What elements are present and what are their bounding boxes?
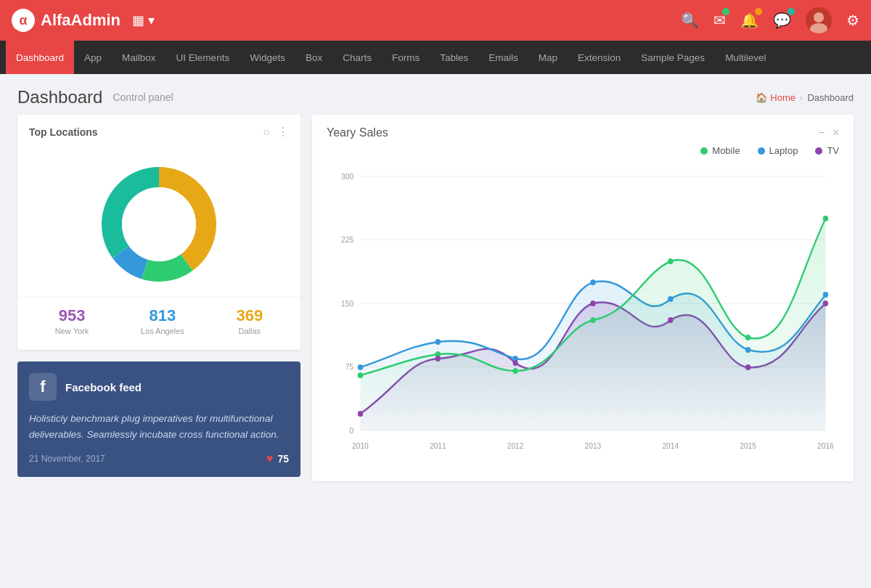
donut-chart xyxy=(94,159,224,290)
nav-charts[interactable]: Charts xyxy=(332,41,382,74)
svg-text:225: 225 xyxy=(341,235,353,244)
tv-point-2014 xyxy=(668,317,673,323)
svg-text:2011: 2011 xyxy=(430,441,446,450)
legend-mobile: Mobile xyxy=(700,145,740,156)
nav-mailbox[interactable]: Mailbox xyxy=(112,41,166,74)
logo: α AlfaAdmin xyxy=(12,9,120,32)
nav-app[interactable]: App xyxy=(74,41,112,74)
svg-text:2014: 2014 xyxy=(662,441,679,450)
legend-label-tv: TV xyxy=(827,145,839,156)
chart-header: Yeary Sales − × xyxy=(327,126,839,139)
mobile-point-2010 xyxy=(358,372,363,378)
nav-map[interactable]: Map xyxy=(528,41,568,74)
dots-icon[interactable]: ⋮ xyxy=(277,125,289,139)
svg-text:150: 150 xyxy=(341,299,353,308)
donut-chart-container xyxy=(17,144,300,297)
facebook-feed-card: f Facebook feed Holisticly benchmark plu… xyxy=(17,362,300,477)
bell-badge xyxy=(755,8,762,15)
legend-laptop: Laptop xyxy=(758,145,798,156)
search-icon[interactable]: 🔍 xyxy=(681,12,699,29)
nav-dashboard[interactable]: Dashboard xyxy=(6,41,74,74)
mail-icon[interactable]: ✉ xyxy=(713,12,726,29)
page-title-area: Dashboard Control panel xyxy=(17,87,173,107)
laptop-point-2013 xyxy=(590,279,595,285)
tv-point-2011 xyxy=(436,356,441,362)
svg-point-8 xyxy=(122,187,196,261)
mobile-point-2016 xyxy=(823,216,828,221)
laptop-point-2011 xyxy=(436,339,441,345)
breadcrumb-home-link[interactable]: 🏠 Home xyxy=(756,92,796,103)
chat-icon[interactable]: 💬 xyxy=(773,12,791,29)
breadcrumb: 🏠 Home › Dashboard xyxy=(756,92,854,103)
mobile-point-2014 xyxy=(668,258,673,264)
close-icon[interactable]: × xyxy=(833,126,839,139)
tv-point-2015 xyxy=(745,364,751,370)
stat-label-dallas: Dallas xyxy=(236,327,263,335)
breadcrumb-current: Dashboard xyxy=(807,92,854,103)
legend-tv: TV xyxy=(815,145,839,156)
tv-point-2010 xyxy=(358,411,363,417)
topbar-right: 🔍 ✉ 🔔 💬 ⚙ xyxy=(681,7,859,33)
grid-button[interactable]: ▦ ▾ xyxy=(132,12,155,28)
fb-body: Holisticly benchmark plug imperatives fo… xyxy=(29,411,289,442)
legend-label-mobile: Mobile xyxy=(712,145,740,156)
nav-sample-pages[interactable]: Sample Pages xyxy=(631,41,715,74)
yearly-sales-chart: 300 225 150 75 0 2010 2011 2012 2013 201… xyxy=(327,162,839,474)
mobile-point-2015 xyxy=(745,335,751,340)
stats-row: 953 New York 813 Los Angeles 369 Dallas xyxy=(17,297,300,350)
nav-multilevel[interactable]: Multilevel xyxy=(715,41,776,74)
nav-emails[interactable]: Emails xyxy=(478,41,528,74)
card-title: Top Locations xyxy=(29,126,98,138)
minimize-icon[interactable]: − xyxy=(818,126,825,139)
nav-widgets[interactable]: Widgets xyxy=(240,41,295,74)
chat-badge xyxy=(788,8,795,15)
svg-text:0: 0 xyxy=(349,426,353,435)
mail-badge xyxy=(722,8,729,15)
tv-point-2016 xyxy=(823,301,828,306)
svg-point-1 xyxy=(814,12,824,23)
svg-text:2010: 2010 xyxy=(352,441,369,450)
card-header: Top Locations ○ ⋮ xyxy=(17,115,300,144)
chart-legend: Mobile Laptop TV xyxy=(327,145,839,156)
card-actions: ○ ⋮ xyxy=(263,125,289,139)
main-nav: Dashboard App Mailbox UI Elements Widget… xyxy=(0,41,871,74)
brand-name: AlfaAdmin xyxy=(41,11,120,30)
tv-point-2012 xyxy=(512,360,518,366)
laptop-point-2010 xyxy=(358,364,363,370)
stat-label-la: Los Angeles xyxy=(141,327,184,335)
top-locations-card: Top Locations ○ ⋮ xyxy=(17,115,300,350)
page-title: Dashboard xyxy=(17,87,102,107)
gear-icon[interactable]: ⚙ xyxy=(846,12,859,29)
fb-title: Facebook feed xyxy=(65,381,142,393)
nav-box[interactable]: Box xyxy=(295,41,332,74)
laptop-point-2015 xyxy=(745,347,751,353)
nav-extension[interactable]: Extension xyxy=(568,41,631,74)
stat-value-dallas: 369 xyxy=(236,306,263,325)
circle-icon[interactable]: ○ xyxy=(263,126,270,139)
mobile-point-2012 xyxy=(512,368,518,374)
stat-value-ny: 953 xyxy=(55,306,89,325)
topbar-left: α AlfaAdmin ▦ ▾ xyxy=(12,9,155,32)
stat-new-york: 953 New York xyxy=(55,306,89,335)
legend-label-laptop: Laptop xyxy=(769,145,798,156)
fb-date: 21 November, 2017 xyxy=(29,454,105,464)
svg-text:2013: 2013 xyxy=(585,441,602,450)
yearly-sales-card: Yeary Sales − × Mobile Laptop TV xyxy=(312,115,854,481)
svg-text:2016: 2016 xyxy=(817,441,834,450)
nav-tables[interactable]: Tables xyxy=(430,41,478,74)
logo-icon: α xyxy=(12,9,35,32)
laptop-point-2016 xyxy=(823,292,828,298)
stat-dallas: 369 Dallas xyxy=(236,306,263,335)
fb-likes: ♥ 75 xyxy=(266,452,289,465)
svg-text:300: 300 xyxy=(341,172,353,181)
page-subtitle: Control panel xyxy=(113,91,173,103)
nav-ui-elements[interactable]: UI Elements xyxy=(166,41,240,74)
legend-dot-laptop xyxy=(758,147,765,155)
svg-text:2012: 2012 xyxy=(507,441,524,450)
fb-footer: 21 November, 2017 ♥ 75 xyxy=(29,452,289,465)
bell-icon[interactable]: 🔔 xyxy=(740,12,758,29)
avatar[interactable] xyxy=(806,7,832,33)
nav-forms[interactable]: Forms xyxy=(382,41,430,74)
likes-count: 75 xyxy=(277,453,289,465)
svg-text:75: 75 xyxy=(345,362,353,371)
